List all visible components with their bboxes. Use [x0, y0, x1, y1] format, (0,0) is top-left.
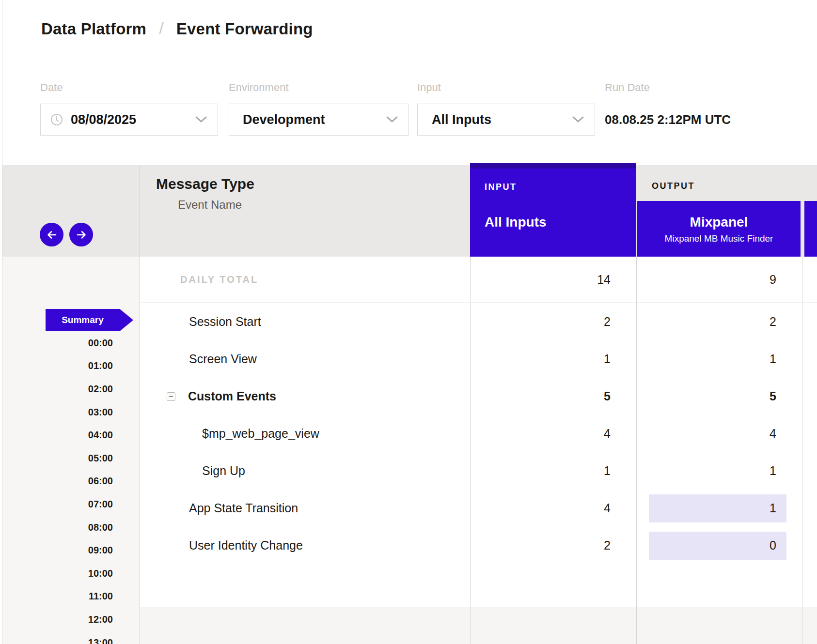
- extra-cell: [802, 303, 817, 340]
- event-name: Custom Events: [188, 389, 276, 403]
- hour-sidebar: Summary 00:00 01:00 02:00 03:00 04:00 05…: [2, 257, 140, 644]
- input-column-selected-strip: [470, 163, 636, 169]
- output-column-header-mixpanel[interactable]: Mixpanel Mixpanel MB Music Finder: [637, 201, 801, 257]
- header-divider: [2, 69, 817, 69]
- event-grid: DAILY TOTAL 14 9 Session Start 2 2 Scree…: [140, 257, 817, 644]
- next-day-button[interactable]: [69, 223, 93, 246]
- breadcrumb-separator: /: [159, 19, 164, 38]
- message-type-title: Message Type: [156, 176, 254, 192]
- table-row-sign-up: Sign Up 1 1: [140, 452, 817, 490]
- event-name: User Identity Change: [140, 527, 470, 564]
- summary-row: Summary: [2, 308, 140, 332]
- extra-cell: [802, 415, 817, 452]
- daily-total-label: DAILY TOTAL: [140, 257, 470, 303]
- output-column-title: Mixpanel: [637, 215, 801, 230]
- input-count: 1: [604, 352, 636, 366]
- hour-item-11[interactable]: 11:00: [2, 585, 140, 608]
- summary-badge-arrow: [120, 309, 133, 331]
- daily-total-extra-cell: [802, 257, 817, 303]
- hour-item-10[interactable]: 10:00: [2, 562, 140, 585]
- input-value: All Inputs: [432, 112, 491, 127]
- event-name: $mp_web_page_view: [140, 415, 470, 452]
- output-count: 4: [770, 427, 802, 441]
- chevron-down-icon: [572, 116, 584, 123]
- event-forwarding-page: Data Platform / Event Forwarding Date En…: [0, 0, 817, 644]
- output-count: 0: [770, 538, 786, 552]
- output-count: 1: [770, 464, 802, 478]
- highlighted-cell: 1: [649, 494, 786, 522]
- extra-cell: [802, 490, 817, 527]
- table-row-screen-view: Screen View 1 1: [140, 340, 817, 378]
- hour-item-12[interactable]: 12:00: [2, 608, 140, 631]
- hour-item-01[interactable]: 01:00: [2, 354, 140, 378]
- hour-item-07[interactable]: 07:00: [2, 493, 140, 516]
- event-name: Sign Up: [140, 452, 470, 490]
- hour-item-05[interactable]: 05:00: [2, 447, 140, 470]
- output-count: 5: [770, 389, 802, 403]
- minus-icon: [169, 396, 173, 397]
- hour-item-04[interactable]: 04:00: [2, 424, 140, 447]
- summary-badge[interactable]: Summary: [46, 309, 120, 331]
- hour-item-09[interactable]: 09:00: [2, 539, 140, 562]
- empty-rows-area: [140, 564, 817, 607]
- page-title: Event Forwarding: [176, 20, 313, 38]
- input-count: 2: [604, 315, 636, 329]
- output-count: 1: [770, 501, 786, 515]
- extra-cell: [802, 527, 817, 564]
- environment-filter-label: Environment: [229, 81, 289, 94]
- clock-icon: [50, 113, 63, 126]
- extra-cell: [802, 340, 817, 378]
- daily-total-output-value: 9: [770, 273, 802, 287]
- grid-footer-area: [140, 607, 817, 644]
- table-row-mp-web-page-view: $mp_web_page_view 4 4: [140, 415, 817, 452]
- breadcrumb-section[interactable]: Data Platform: [41, 20, 146, 38]
- output-column-partial[interactable]: [804, 201, 817, 257]
- hour-item-03[interactable]: 03:00: [2, 400, 140, 424]
- input-column-header[interactable]: INPUT All Inputs: [470, 163, 636, 257]
- output-column-subtitle: Mixpanel MB Music Finder: [637, 233, 801, 244]
- hour-item-13[interactable]: 13:00: [2, 631, 140, 644]
- run-date-label: Run Date: [605, 81, 650, 94]
- input-dropdown[interactable]: All Inputs: [417, 104, 595, 136]
- output-group-label: OUTPUT: [652, 181, 695, 191]
- summary-badge-label: Summary: [46, 309, 120, 331]
- arrow-left-icon: [46, 229, 58, 241]
- event-name: Session Start: [140, 303, 470, 340]
- daily-total-input-value: 14: [597, 273, 636, 287]
- collapse-checkbox[interactable]: [167, 392, 175, 401]
- extra-cell: [802, 378, 817, 415]
- table-row-user-identity-change: User Identity Change 2 0: [140, 527, 817, 564]
- table-row-custom-events: Custom Events 5 5: [140, 378, 817, 415]
- input-count: 1: [604, 464, 636, 478]
- event-name: App State Transition: [140, 490, 470, 527]
- hour-item-06[interactable]: 06:00: [2, 470, 140, 493]
- arrow-right-icon: [76, 229, 87, 241]
- previous-day-button[interactable]: [40, 223, 63, 246]
- daily-total-row: DAILY TOTAL 14 9: [140, 257, 817, 303]
- environment-value: Development: [243, 112, 325, 127]
- chevron-down-icon: [386, 116, 398, 123]
- run-date-value: 08.08.25 2:12PM UTC: [605, 104, 731, 136]
- input-count: 4: [604, 427, 636, 441]
- output-count: 1: [770, 352, 802, 366]
- table-row-session-start: Session Start 2 2: [140, 303, 817, 340]
- extra-cell: [802, 452, 817, 490]
- chevron-down-icon: [195, 116, 207, 123]
- table-row-app-state-transition: App State Transition 4 1: [140, 490, 817, 527]
- breadcrumb: Data Platform / Event Forwarding: [41, 19, 313, 38]
- date-value: 08/08/2025: [71, 112, 136, 127]
- hour-item-08[interactable]: 08:00: [2, 516, 140, 539]
- output-count: 2: [770, 315, 802, 329]
- highlighted-cell: 0: [649, 532, 786, 560]
- message-type-subtitle: Event Name: [178, 198, 242, 212]
- input-count: 2: [604, 538, 636, 552]
- day-hour-header: Day/Hour (UTC): [2, 165, 140, 257]
- date-filter-label: Date: [40, 81, 63, 94]
- hour-item-02[interactable]: 02:00: [2, 378, 140, 401]
- date-dropdown[interactable]: 08/08/2025: [40, 104, 218, 136]
- environment-dropdown[interactable]: Development: [229, 104, 409, 136]
- hour-item-00[interactable]: 00:00: [2, 332, 140, 355]
- input-count: 4: [604, 501, 636, 515]
- event-name: Screen View: [140, 340, 470, 378]
- input-count: 5: [604, 389, 636, 403]
